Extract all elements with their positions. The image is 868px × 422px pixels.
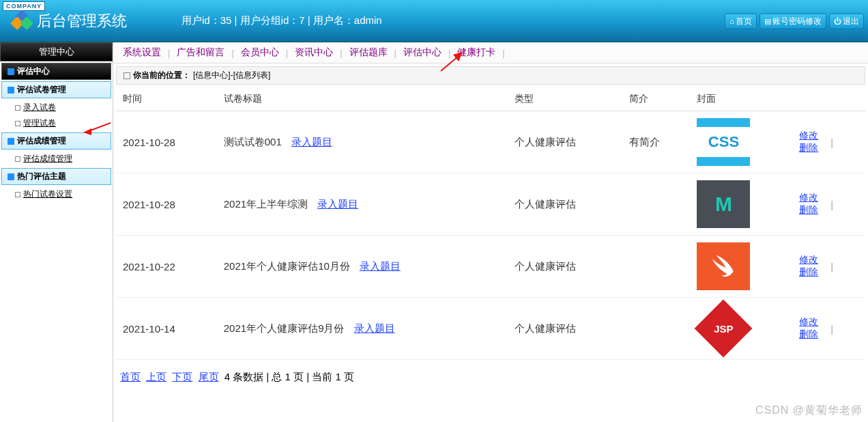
bullet-icon [8,173,14,180]
nav-会员中心[interactable]: 会员中心 [238,46,282,59]
cell-actions: 修改删除| [792,173,865,236]
sidebar-item-管理试卷[interactable]: 管理试卷 [0,115,113,131]
square-icon [15,105,20,111]
bullet-icon [8,68,14,75]
cell-actions: 修改删除| [792,236,865,298]
delete-link[interactable]: 删除 [799,142,818,154]
breadcrumb: 你当前的位置： [信息中心]-[信息列表] [116,66,865,85]
sidebar-current-module: 评估中心 [1,63,111,80]
cell-cover [690,236,792,298]
breadcrumb-prefix: 你当前的位置： [133,70,190,81]
table-row: 2021-10-142021年个人健康评估9月份录入题目个人健康评估JSP修改删… [116,298,865,360]
sidebar: 管理中心 评估中心 评估试卷管理录入试卷管理试卷评估成绩管理评估成绩管理热门评估… [0,42,113,422]
page-first-link[interactable]: 首页 [120,371,141,382]
cell-title: 2021年上半年综测录入题目 [217,173,508,236]
col-封面: 封面 [690,87,792,111]
main-content: 系统设置|广告和留言|会员中心|资讯中心|评估题库|评估中心|健康打卡| 你当前… [113,42,868,422]
divider: | [448,48,450,58]
cell-title: 测试试卷001录入题目 [217,111,508,173]
cover-thumb [697,242,750,290]
sidebar-group-热门评估主题[interactable]: 热门评估主题 [1,168,111,185]
cell-type: 个人健康评估 [508,298,622,360]
cover-thumb: CSS [697,118,750,166]
cell-type: 个人健康评估 [508,236,622,298]
sidebar-item-评估成绩管理[interactable]: 评估成绩管理 [0,151,113,167]
cell-intro [622,173,690,236]
col-简介: 简介 [622,87,690,111]
cell-type: 个人健康评估 [508,173,622,236]
cell-cover: M [690,173,792,236]
sidebar-group-评估成绩管理[interactable]: 评估成绩管理 [1,132,111,150]
sidebar-item-录入试卷[interactable]: 录入试卷 [0,100,113,115]
management-center-header: 管理中心 [0,42,113,61]
nav-系统设置[interactable]: 系统设置 [120,46,164,59]
logout-button[interactable]: ⏻退出 [829,13,864,29]
home-icon: ⌂ [729,17,734,25]
divider: | [830,199,833,210]
divider: | [168,48,170,58]
nav-评估中心[interactable]: 评估中心 [401,46,444,59]
company-tag: COMPANY [3,1,45,11]
cover-thumb: JSP [697,305,750,352]
cell-cover: JSP [690,298,792,360]
app-logo-icon [12,12,31,31]
delete-link[interactable]: 删除 [799,328,818,341]
cell-intro [622,236,690,298]
edit-link[interactable]: 修改 [799,192,818,204]
nav-评估题库[interactable]: 评估题库 [347,46,390,59]
home-button[interactable]: ⌂首页 [725,13,757,29]
divider: | [830,137,833,148]
cell-intro [622,298,690,360]
table-row: 2021-10-282021年上半年综测录入题目个人健康评估M修改删除| [116,173,865,236]
app-title: 后台管理系统 [37,11,127,31]
cell-date: 2021-10-28 [116,111,217,173]
delete-link[interactable]: 删除 [799,204,818,216]
page-last-link[interactable]: 尾页 [199,371,219,382]
bullet-icon [8,138,14,145]
edit-link[interactable]: 修改 [799,316,818,328]
page-next-link[interactable]: 下页 [172,371,192,382]
nav-健康打卡[interactable]: 健康打卡 [454,46,498,59]
table-row: 2021-10-28测试试卷001录入题目个人健康评估有简介CSS修改删除| [116,111,865,173]
table-row: 2021-10-222021年个人健康评估10月份录入题目个人健康评估修改删除| [116,236,865,298]
page-prev-link[interactable]: 上页 [146,371,167,382]
app-header: COMPANY 后台管理系统 用户id：35 | 用户分组id：7 | 用户名：… [0,0,868,42]
cell-date: 2021-10-28 [116,173,217,236]
edit-link[interactable]: 修改 [799,130,818,142]
data-table: 时间试卷标题类型简介封面 2021-10-28测试试卷001录入题目个人健康评估… [116,87,865,360]
enter-questions-link[interactable]: 录入题目 [291,136,332,147]
cell-intro: 有简介 [622,111,690,173]
bullet-icon [8,87,14,94]
power-icon: ⏻ [834,17,841,25]
enter-questions-link[interactable]: 录入题目 [317,198,358,210]
cell-cover: CSS [690,111,792,173]
nav-广告和留言[interactable]: 广告和留言 [174,46,227,59]
edit-link[interactable]: 修改 [799,254,818,266]
cell-title: 2021年个人健康评估10月份录入题目 [217,236,508,298]
key-icon: ▤ [764,16,771,25]
sidebar-item-热门试卷设置[interactable]: 热门试卷设置 [0,186,113,202]
enter-questions-link[interactable]: 录入题目 [360,260,401,272]
square-icon [15,156,20,162]
divider: | [830,323,833,335]
enter-questions-link[interactable]: 录入题目 [354,322,395,334]
nav-资讯中心[interactable]: 资讯中心 [292,46,336,59]
page-info: 4 条数据 | 总 1 页 | 当前 1 页 [225,371,354,382]
sidebar-group-评估试卷管理[interactable]: 评估试卷管理 [1,81,111,98]
divider: | [502,48,504,58]
col-试卷标题: 试卷标题 [217,87,508,111]
location-icon [124,72,130,79]
user-info: 用户id：35 | 用户分组id：7 | 用户名：admin [182,14,382,27]
divider: | [340,48,342,58]
pagination: 首页 上页 下页 尾页 4 条数据 | 总 1 页 | 当前 1 页 [113,360,868,395]
cell-title: 2021年个人健康评估9月份录入题目 [217,298,508,360]
delete-link[interactable]: 删除 [799,266,818,279]
square-icon [15,121,20,126]
password-button[interactable]: ▤账号密码修改 [760,13,826,29]
cell-type: 个人健康评估 [508,111,622,173]
top-nav: 系统设置|广告和留言|会员中心|资讯中心|评估题库|评估中心|健康打卡| [113,42,868,64]
cell-date: 2021-10-14 [116,298,217,360]
divider: | [830,261,833,272]
square-icon [15,192,20,197]
cell-actions: 修改删除| [792,111,865,173]
